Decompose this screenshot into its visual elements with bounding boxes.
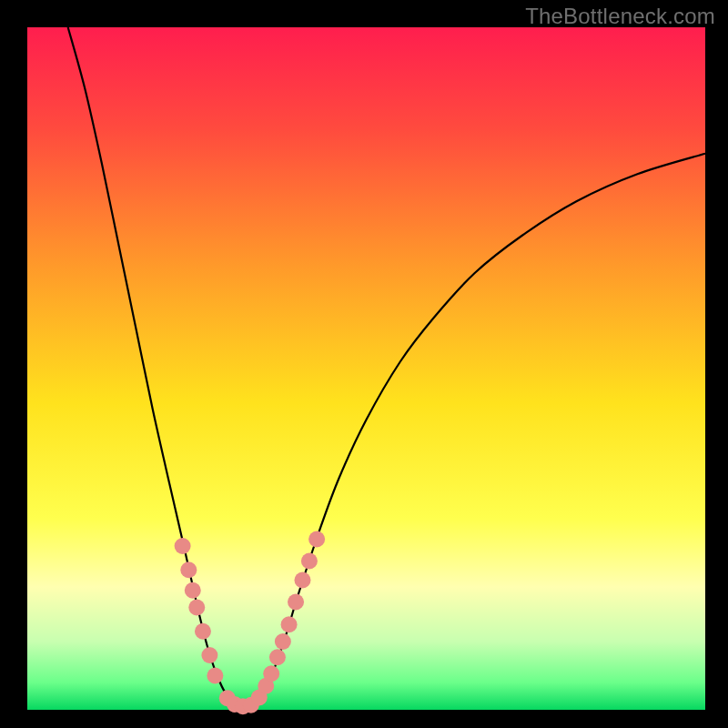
data-marker <box>301 553 318 570</box>
chart-canvas <box>0 0 728 728</box>
data-marker <box>175 538 191 554</box>
data-marker <box>281 616 298 632</box>
data-marker <box>185 582 201 599</box>
data-marker <box>263 665 279 682</box>
data-marker <box>288 594 304 611</box>
data-marker <box>201 647 217 663</box>
data-marker <box>269 649 286 665</box>
data-marker <box>195 623 211 640</box>
data-marker <box>275 633 291 650</box>
data-marker <box>294 572 310 589</box>
bottleneck-chart: TheBottleneck.com <box>0 0 728 728</box>
data-marker <box>308 531 325 548</box>
data-marker <box>207 668 223 684</box>
data-marker <box>188 600 205 616</box>
watermark-label: TheBottleneck.com <box>525 4 715 29</box>
data-marker <box>180 561 197 578</box>
plot-background <box>27 27 705 710</box>
